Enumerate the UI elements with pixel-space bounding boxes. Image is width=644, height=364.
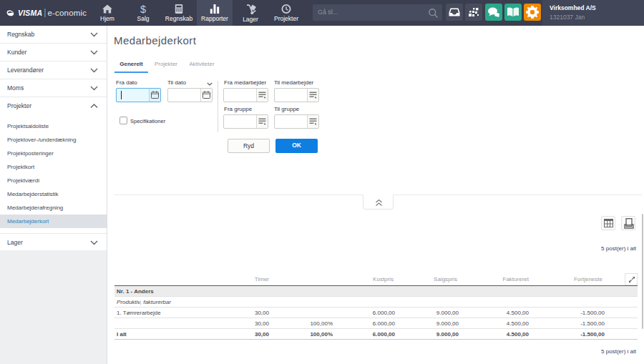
svg-text:$: $ — [140, 4, 146, 14]
